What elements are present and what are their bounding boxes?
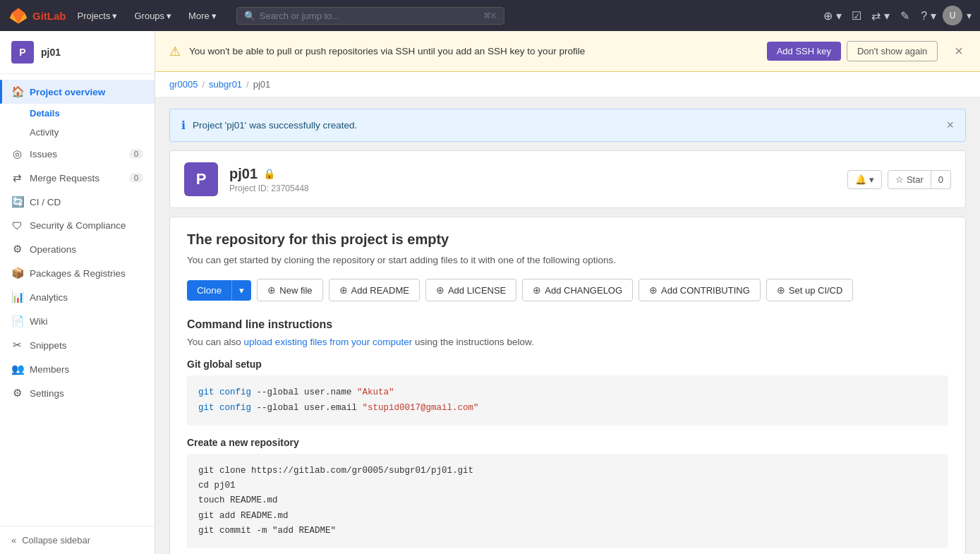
- repo-content: The repository for this project is empty…: [169, 217, 966, 554]
- sidebar-project-name: pj01: [41, 47, 61, 58]
- new-file-button[interactable]: ⊕ New file: [257, 279, 322, 301]
- breadcrumb-current: pj01: [253, 79, 271, 90]
- plus-icon: ⊕: [436, 284, 444, 296]
- shield-icon: 🛡: [11, 219, 23, 231]
- nav-groups[interactable]: Groups ▾: [128, 8, 177, 24]
- create-new-button[interactable]: ⊕ ▾: [823, 6, 842, 25]
- project-info: pj01 🔒 Project ID: 23705448: [229, 166, 836, 193]
- breadcrumb-gr0005[interactable]: gr0005: [169, 79, 198, 90]
- operations-icon: ⚙: [11, 243, 23, 255]
- ssh-banner-text: You won't be able to pull or push reposi…: [189, 46, 758, 56]
- sidebar-item-issues[interactable]: ◎ Issues 0: [0, 142, 155, 166]
- warning-icon: ⚠: [169, 44, 181, 59]
- create-new-repo-code: git clone https://gitlab.com/gr0005/subg…: [187, 454, 948, 548]
- search-icon: 🔍: [244, 11, 255, 21]
- clone-button-group: Clone ▾: [187, 280, 251, 301]
- sidebar-subitem-activity[interactable]: Activity: [0, 123, 155, 142]
- gitlab-logo[interactable]: GitLab: [8, 6, 66, 25]
- project-actions: 🔔 ▾ ☆ Star 0: [847, 170, 951, 189]
- sidebar-item-packages[interactable]: 📦 Packages & Registries: [0, 261, 155, 285]
- analytics-icon: 📊: [11, 291, 23, 303]
- sidebar-item-project-overview[interactable]: 🏠 Project overview: [0, 80, 155, 104]
- user-avatar[interactable]: U: [943, 6, 962, 25]
- create-new-repo-title: Create a new repository: [187, 437, 948, 448]
- project-id: Project ID: 23705448: [229, 183, 836, 193]
- lock-icon: 🔒: [263, 168, 275, 179]
- git-global-setup-title: Git global setup: [187, 359, 948, 370]
- main-layout: P pj01 🏠 Project overview Details Activi…: [0, 31, 980, 554]
- members-icon: 👥: [11, 363, 23, 375]
- wiki-icon: 📄: [11, 315, 23, 327]
- ssh-banner-actions: Add SSH key Don't show again: [767, 41, 938, 61]
- add-ssh-key-button[interactable]: Add SSH key: [767, 42, 841, 61]
- cli-section: Command line instructions You can also u…: [187, 318, 948, 548]
- help-icon[interactable]: ? ▾: [919, 6, 938, 25]
- cli-title: Command line instructions: [187, 318, 948, 331]
- git-global-setup-code: git config --global user.name "Akuta" gi…: [187, 375, 948, 426]
- packages-icon: 📦: [11, 267, 23, 279]
- add-readme-button[interactable]: ⊕ Add README: [329, 279, 420, 301]
- plus-icon: ⊕: [339, 284, 348, 296]
- sidebar-item-security[interactable]: 🛡 Security & Compliance: [0, 214, 155, 237]
- project-header: P pj01 🔒 Project ID: 23705448 🔔 ▾ ☆ Star: [169, 150, 966, 208]
- collapse-icon: «: [11, 535, 16, 546]
- star-count: 0: [931, 170, 951, 189]
- issues-icon: ◎: [11, 147, 23, 160]
- ssh-warning-banner: ⚠ You won't be able to pull or push repo…: [155, 31, 980, 72]
- add-changelog-button[interactable]: ⊕ Add CHANGELOG: [522, 279, 633, 301]
- breadcrumb: gr0005 / subgr01 / pj01: [155, 72, 980, 97]
- star-icon: ☆: [895, 174, 904, 185]
- cicd-icon: 🔄: [11, 195, 23, 208]
- star-button-group: ☆ Star 0: [888, 170, 951, 189]
- flash-message-text: Project 'pj01' was successfully created.: [193, 120, 357, 131]
- sidebar-item-analytics[interactable]: 📊 Analytics: [0, 285, 155, 309]
- plus-icon: ⊕: [649, 284, 658, 296]
- home-icon: 🏠: [11, 85, 23, 98]
- sidebar-item-operations[interactable]: ⚙ Operations: [0, 237, 155, 261]
- collapse-sidebar-button[interactable]: « Collapse sidebar: [0, 526, 155, 554]
- nav-more[interactable]: More ▾: [183, 8, 222, 24]
- bell-icon: 🔔: [855, 174, 866, 185]
- star-button[interactable]: ☆ Star: [888, 170, 931, 189]
- nav-projects[interactable]: Projects ▾: [72, 8, 123, 24]
- merge-icon: ⇄: [11, 171, 23, 184]
- search-input[interactable]: 🔍 Search or jump to... ⌘K: [236, 7, 504, 25]
- sidebar-item-snippets[interactable]: ✂ Snippets: [0, 333, 155, 357]
- plus-icon: ⊕: [777, 284, 785, 296]
- merge-requests-icon[interactable]: ⇄ ▾: [871, 6, 890, 25]
- gitlab-logo-text: GitLab: [32, 10, 66, 22]
- sidebar-item-cicd[interactable]: 🔄 CI / CD: [0, 190, 155, 214]
- sidebar-project-header[interactable]: P pj01: [0, 31, 155, 74]
- add-contributing-button[interactable]: ⊕ Add CONTRIBUTING: [639, 279, 761, 301]
- sidebar-item-merge-requests[interactable]: ⇄ Merge Requests 0: [0, 166, 155, 190]
- close-flash-button[interactable]: ×: [946, 118, 954, 133]
- project-title: pj01 🔒: [229, 166, 836, 182]
- plus-icon: ⊕: [533, 284, 541, 296]
- mr-badge: 0: [129, 173, 143, 183]
- clone-button[interactable]: Clone: [187, 280, 231, 301]
- setup-cicd-button[interactable]: ⊕ Set up CI/CD: [766, 279, 854, 301]
- sidebar-nav: 🏠 Project overview Details Activity ◎ Is…: [0, 74, 155, 526]
- upload-files-link[interactable]: upload existing files from your computer: [244, 337, 413, 347]
- project-avatar: P: [184, 162, 218, 196]
- issues-icon[interactable]: ✎: [895, 6, 914, 25]
- breadcrumb-subgr01[interactable]: subgr01: [209, 79, 242, 90]
- sidebar-subitem-details[interactable]: Details: [0, 104, 155, 123]
- notification-button[interactable]: 🔔 ▾: [847, 170, 882, 189]
- repo-actions: Clone ▾ ⊕ New file ⊕ Add README ⊕ Add LI…: [187, 279, 948, 301]
- cli-desc: You can also upload existing files from …: [187, 337, 948, 347]
- info-icon: ℹ: [181, 119, 186, 132]
- to-do-icon[interactable]: ☑: [847, 6, 866, 25]
- dismiss-banner-button[interactable]: Don't show again: [847, 41, 938, 61]
- repo-empty-title: The repository for this project is empty: [187, 231, 948, 248]
- sidebar-item-members[interactable]: 👥 Members: [0, 357, 155, 381]
- clone-dropdown-button[interactable]: ▾: [231, 280, 251, 301]
- topnav-right-actions: ⊕ ▾ ☑ ⇄ ▾ ✎ ? ▾ U ▾: [823, 6, 972, 25]
- close-banner-button[interactable]: ×: [952, 43, 966, 59]
- main-content: ⚠ You won't be able to pull or push repo…: [155, 31, 980, 554]
- sidebar-item-wiki[interactable]: 📄 Wiki: [0, 309, 155, 333]
- add-license-button[interactable]: ⊕ Add LICENSE: [425, 279, 516, 301]
- sidebar-item-settings[interactable]: ⚙ Settings: [0, 381, 155, 405]
- flash-message: ℹ Project 'pj01' was successfully create…: [169, 109, 966, 142]
- sidebar-project-avatar: P: [11, 41, 34, 64]
